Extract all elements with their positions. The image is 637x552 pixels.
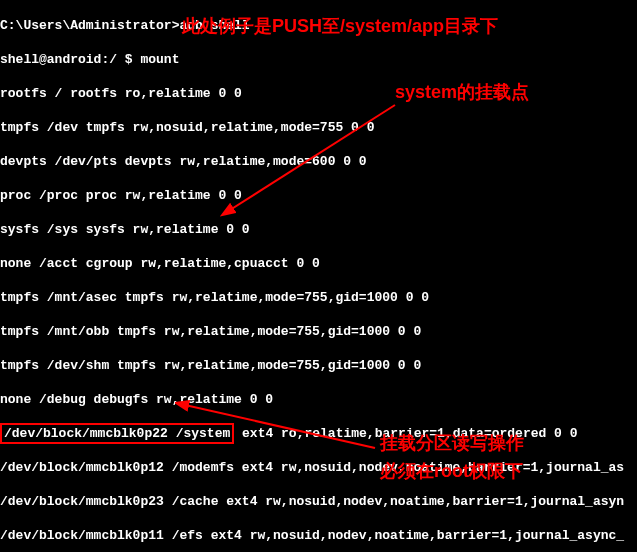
terminal-line: tmpfs /mnt/asec tmpfs rw,relatime,mode=7… [0,289,637,306]
terminal-line: /dev/block/mmcblk0p23 /cache ext4 rw,nos… [0,493,637,510]
terminal-line: none /acct cgroup rw,relatime,cpuacct 0 … [0,255,637,272]
terminal-line: tmpfs /mnt/obb tmpfs rw,relatime,mode=75… [0,323,637,340]
terminal-line: proc /proc proc rw,relatime 0 0 [0,187,637,204]
annotation-mount-rw: 挂载分区读写操作 [380,435,524,452]
terminal-line: sysfs /sys sysfs rw,relatime 0 0 [0,221,637,238]
terminal-line: devpts /dev/pts devpts rw,relatime,mode=… [0,153,637,170]
system-mount-highlight: /dev/block/mmcblk0p22 /system [0,423,234,444]
terminal-line: tmpfs /dev/shm tmpfs rw,relatime,mode=75… [0,357,637,374]
annotation-push-example: 此处例子是PUSH至/system/app目录下 [182,18,498,35]
annotation-root-required: 必须在root权限下 [380,463,523,480]
terminal-line: /dev/block/mmcblk0p12 /modemfs ext4 rw,n… [0,459,637,476]
terminal-line: none /debug debugfs rw,relatime 0 0 [0,391,637,408]
terminal-line: /dev/block/mmcblk0p22 /system ext4 ro,re… [0,425,637,442]
terminal-line: shell@android:/ $ mount [0,51,637,68]
terminal-line: /dev/block/mmcblk0p11 /efs ext4 rw,nosui… [0,527,637,544]
terminal-line: rootfs / rootfs ro,relatime 0 0 [0,85,637,102]
annotation-system-mount: system的挂载点 [395,84,529,101]
terminal-line: tmpfs /dev tmpfs rw,nosuid,relatime,mode… [0,119,637,136]
terminal-output[interactable]: C:\Users\Administrator>adb shell shell@a… [0,0,637,552]
